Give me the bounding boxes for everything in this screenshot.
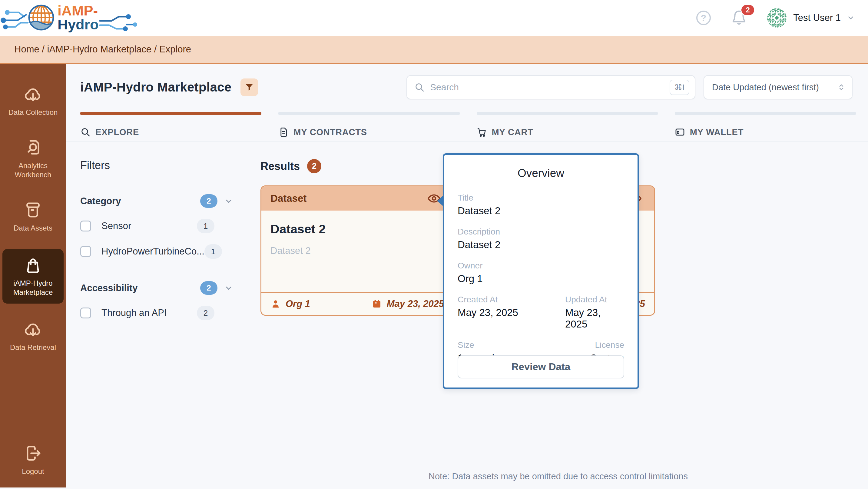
logo-icon: iAMP- Hydro (0, 1, 142, 35)
top-bar-actions: ? 2 (696, 7, 855, 28)
dataset-card-footer: Org 1 May 23, 2025 (261, 292, 453, 315)
results-heading: Results (260, 160, 300, 173)
sidebar-item-analytics-workbench[interactable]: Analytics Workbench (2, 133, 64, 184)
overview-popover: Overview Title Dataset 2 Description Dat… (443, 153, 639, 389)
tab-label: EXPLORE (95, 127, 139, 137)
tab-my-contracts[interactable]: MY CONTRACTS (278, 112, 460, 142)
field-value: Dataset 2 (458, 205, 624, 217)
popover-heading: Overview (458, 167, 624, 180)
checkbox[interactable] (80, 307, 91, 318)
field-owner: Owner Org 1 (458, 261, 624, 284)
svg-text:?: ? (701, 13, 706, 23)
field-value: Org 1 (458, 273, 624, 284)
field-label: Description (458, 227, 624, 237)
divider (80, 270, 233, 270)
sort-select[interactable]: Date Updated (newest first) (704, 75, 852, 99)
sidebar-item-data-retrieval[interactable]: Data Retrieval (2, 315, 64, 357)
filter-button[interactable] (241, 79, 258, 96)
filter-group-accessibility[interactable]: Accessibility 2 (80, 281, 233, 295)
field-title: Title Dataset 2 (458, 193, 624, 217)
filter-group-count-badge: 2 (200, 194, 217, 208)
funnel-icon (245, 83, 254, 92)
tab-label: MY CART (492, 127, 533, 137)
sidebar-item-label: Data Retrieval (10, 343, 56, 352)
app-logo: iAMP- Hydro (0, 0, 142, 36)
tab-indicator (80, 112, 261, 115)
search-input[interactable] (430, 82, 670, 92)
search-shortcut-badge: ⌘I (670, 80, 689, 95)
user-menu[interactable]: Test User 1 (767, 7, 855, 28)
cloud-download-icon (24, 85, 42, 103)
user-avatar (767, 7, 787, 28)
tab-label: MY WALLET (690, 127, 744, 137)
page-title: iAMP-Hydro Marketplace (80, 80, 231, 94)
field-created-at: Created At May 23, 2025 (458, 295, 518, 330)
sidebar-item-label: Data Assets (13, 223, 52, 233)
dataset-date: May 23, 2025 (372, 299, 444, 309)
chevron-down-icon (847, 14, 855, 22)
chevron-up-down-icon (837, 83, 846, 92)
search-box: ⌘I (406, 75, 695, 99)
filter-option-hydropowerturbine: HydroPowerTurbineCo... 1 (80, 244, 233, 259)
sidebar-item-label: Data Collection (8, 108, 58, 117)
user-name: Test User 1 (793, 12, 841, 23)
breadcrumb[interactable]: Home / iAMP-Hydro Marketplace / Explore (0, 36, 868, 64)
filters-heading: Filters (80, 159, 233, 172)
field-value: Dataset 2 (458, 239, 624, 250)
logout-icon (24, 444, 42, 463)
field-updated-at: Updated At May 23, 2025 (565, 295, 624, 330)
field-label: License (565, 340, 624, 350)
sort-value: Date Updated (newest first) (712, 83, 819, 92)
tab-explore[interactable]: EXPLORE (80, 112, 261, 142)
dataset-title: Dataset 2 (271, 222, 444, 236)
document-search-icon (24, 138, 42, 157)
notifications-button[interactable]: 2 (731, 9, 747, 27)
sidebar-item-iamp-hydro-marketplace[interactable]: iAMP-Hydro Marketplace (2, 249, 64, 304)
sidebar-logout[interactable]: Logout (2, 439, 64, 481)
dataset-card[interactable]: Dataset Dataset 2 Dataset 2 (260, 185, 454, 316)
shopping-bag-icon (24, 256, 42, 275)
sidebar-item-data-assets[interactable]: Data Assets (2, 196, 64, 238)
chevron-down-icon (224, 283, 233, 293)
tab-indicator (675, 112, 856, 115)
results-count-badge: 2 (307, 159, 321, 173)
page-head: iAMP-Hydro Marketplace ⌘I Date U (80, 75, 852, 99)
field-label: Title (458, 193, 624, 203)
tab-indicator (278, 112, 460, 115)
dataset-card-body: Dataset 2 Dataset 2 (261, 211, 453, 292)
field-value: May 23, 2025 (565, 307, 624, 330)
dataset-org: Org 1 (271, 299, 310, 309)
dataset-date-label: May 23, 2025 (387, 299, 444, 309)
filter-option-count: 2 (197, 306, 214, 320)
field-label: Created At (458, 295, 518, 305)
person-icon (271, 299, 281, 309)
chevron-down-icon (224, 196, 233, 206)
top-bar: iAMP- Hydro ? (0, 0, 868, 36)
logout-label: Logout (22, 467, 44, 476)
field-label: Owner (458, 261, 624, 271)
filter-group-category[interactable]: Category 2 (80, 194, 233, 208)
sidebar-item-data-collection[interactable]: Data Collection (2, 80, 64, 122)
cart-icon (477, 127, 487, 137)
filter-group-count-badge: 2 (200, 281, 217, 295)
help-icon[interactable]: ? (696, 10, 711, 26)
filter-group-name: Accessibility (80, 283, 200, 294)
checkbox[interactable] (80, 246, 91, 257)
field-label: Updated At (565, 295, 624, 305)
archive-box-icon (24, 201, 42, 219)
app-root: iAMP- Hydro ? (0, 0, 868, 489)
dataset-org-label: Org 1 (286, 299, 310, 309)
sidebar-item-label: iAMP-Hydro Marketplace (4, 279, 62, 297)
review-data-button[interactable]: Review Data (458, 356, 624, 378)
wallet-icon (675, 127, 685, 137)
tab-my-wallet[interactable]: MY WALLET (675, 112, 856, 142)
filter-group-name: Category (80, 196, 200, 207)
checkbox[interactable] (80, 220, 91, 232)
tab-my-cart[interactable]: MY CART (477, 112, 658, 142)
body-row: Data Collection Analytics Workbench (0, 64, 868, 488)
search-icon (80, 127, 91, 137)
dataset-description: Dataset 2 (271, 245, 444, 256)
svg-text:Hydro: Hydro (58, 17, 99, 32)
sidebar: Data Collection Analytics Workbench (0, 64, 66, 488)
file-icon (278, 127, 289, 137)
